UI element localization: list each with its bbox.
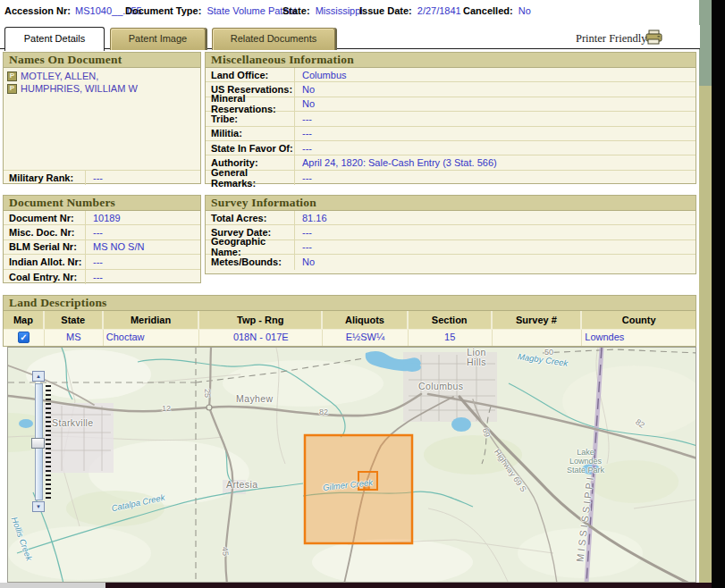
col-county: County	[582, 311, 695, 329]
cell-county: Lowndes	[582, 330, 695, 346]
info-row: BLM Serial Nr: MS NO S/N	[4, 240, 200, 255]
patentee-name[interactable]: HUMPHRIES, WILLIAM W	[21, 83, 138, 94]
info-row: Total Acres: 81.16	[206, 211, 695, 225]
document-nr-label: Document Nr:	[4, 211, 86, 224]
tab-related-documents[interactable]: Related Documents	[212, 28, 335, 50]
map-checkbox[interactable]: ✓	[18, 332, 30, 343]
indian-allot-nr-label: Indian Allot. Nr:	[4, 255, 86, 268]
general-remarks-value: ---	[295, 172, 312, 183]
military-rank-row: Military Rank: ---	[4, 171, 200, 185]
info-row: Misc. Doc. Nr: ---	[4, 225, 200, 239]
blm-serial-nr-value: MS NO S/N	[86, 241, 144, 252]
info-row: Document Nr: 10189	[4, 211, 200, 225]
route-label-82: 82	[319, 407, 328, 416]
col-section: Section	[409, 311, 493, 329]
cell-survey-number	[493, 330, 583, 346]
cancelled-value: No	[518, 5, 531, 16]
patentee-name[interactable]: MOTLEY, ALLEN,	[21, 71, 98, 81]
printer-friendly-link[interactable]: Printer Friendly	[576, 32, 647, 46]
blm-serial-nr-label: BLM Serial Nr:	[4, 240, 86, 254]
document-numbers-panel: Document Numbers Document Nr: 10189 Misc…	[3, 195, 201, 283]
land-office-label: Land Office:	[206, 68, 295, 81]
info-row: Tribe: ---	[206, 112, 695, 126]
names-on-document-panel: Names On Document P MOTLEY, ALLEN, P HUM…	[3, 52, 201, 184]
cell-aliquots: E½SW¼	[323, 330, 409, 346]
doc-type-field: Document Type: State Volume Patent	[125, 5, 297, 16]
patentee-icon[interactable]: P	[7, 71, 17, 81]
document-numbers-title: Document Numbers	[4, 196, 200, 211]
names-on-document-title: Names On Document	[4, 53, 200, 68]
printer-icon[interactable]	[645, 29, 662, 45]
table-row: ✓ MS Choctaw 018N - 017E E½SW¼ 15 Lownde…	[4, 330, 695, 346]
doc-type-label: Document Type:	[125, 5, 201, 16]
tab-patent-image[interactable]: Patent Image	[110, 28, 206, 50]
authority-value: April 24, 1820: Sale-Cash Entry (3 Stat.…	[295, 157, 497, 168]
metes-bounds-label: Metes/Bounds:	[206, 255, 295, 269]
issue-date-value: 2/27/1841	[417, 5, 461, 16]
coal-entry-nr-value: ---	[86, 272, 103, 282]
document-header-bar: Accession Nr: MS1040__.155 Document Type…	[0, 0, 699, 25]
misc-information-panel: Miscellaneous Information Land Office: C…	[205, 52, 696, 184]
coal-entry-nr-label: Coal Entry. Nr:	[4, 270, 86, 284]
patentee-icon[interactable]: P	[7, 84, 17, 94]
militia-label: Militia:	[206, 127, 295, 140]
cancelled-label: Cancelled:	[463, 5, 513, 16]
military-rank-value: ---	[86, 172, 103, 183]
col-meridian: Meridian	[104, 311, 200, 329]
accession-label: Accession Nr:	[4, 5, 71, 16]
info-row: General Remarks: ---	[206, 171, 695, 185]
tab-patent-details[interactable]: Patent Details	[4, 27, 105, 51]
route-label-45: 45	[221, 547, 231, 557]
names-list: P MOTLEY, ALLEN, P HUMPHRIES, WILLIAM W	[4, 68, 200, 171]
state-label: State:	[282, 5, 310, 16]
patentee-row: P MOTLEY, ALLEN,	[7, 71, 197, 81]
map-label-lake-lowndes-state-park: Lake Lowndes State Park	[564, 448, 607, 475]
bottom-bar	[105, 583, 712, 588]
geographic-name-label: Geographic Name:	[206, 240, 295, 254]
general-remarks-label: General Remarks:	[206, 171, 295, 185]
total-acres-value: 81.16	[295, 213, 327, 223]
info-row: State In Favor Of: ---	[206, 141, 695, 155]
cell-state: MS	[45, 330, 104, 346]
issue-date-label: Issue Date:	[359, 5, 412, 16]
route-label-25: 25	[203, 389, 212, 398]
map-label-mayhew: Mayhew	[236, 393, 274, 404]
map-zoom-in-button[interactable]: ▲	[32, 371, 45, 382]
map-zoom-slider-ticks	[46, 385, 51, 500]
patentee-row: P HUMPHRIES, WILLIAM W	[7, 83, 197, 94]
info-row: Metes/Bounds: No	[206, 255, 695, 269]
misc-doc-nr-label: Misc. Doc. Nr:	[4, 225, 86, 239]
state-field: State: Mississippi	[282, 5, 363, 16]
state-in-favor-value: ---	[295, 143, 312, 154]
military-rank-label: Military Rank:	[4, 171, 86, 185]
map-zoom-out-button[interactable]: ▼	[32, 501, 45, 512]
map-label-starkville: Starkville	[52, 417, 94, 428]
survey-information-panel: Survey Information Total Acres: 81.16 Su…	[205, 195, 696, 274]
bottom-bar-left	[0, 583, 105, 588]
info-row: Militia: ---	[206, 127, 695, 141]
map-checkbox-cell: ✓	[4, 330, 45, 346]
document-nr-value: 10189	[86, 213, 121, 223]
tribe-label: Tribe:	[206, 112, 295, 125]
map-zoom-slider-handle[interactable]	[31, 438, 45, 449]
col-state: State	[45, 311, 104, 329]
col-aliquots: Aliquots	[323, 311, 409, 329]
info-row: Coal Entry. Nr: ---	[4, 270, 200, 284]
info-row: Indian Allot. Nr: ---	[4, 255, 200, 269]
militia-value: ---	[295, 128, 312, 139]
misc-doc-nr-value: ---	[86, 227, 103, 238]
cell-section: 15	[409, 330, 493, 346]
starkville-urban-area	[44, 403, 114, 473]
location-map[interactable]: Starkville Mayhew Columbus Lion Hills Ar…	[7, 347, 696, 583]
info-row: Land Office: Columbus	[206, 68, 695, 82]
land-office-value: Columbus	[295, 70, 347, 80]
window-edge-side	[699, 86, 712, 583]
geographic-name-value: ---	[295, 241, 312, 252]
state-in-favor-label: State In Favor Of:	[206, 141, 295, 155]
col-survey-number: Survey #	[493, 311, 583, 329]
survey-date-value: ---	[295, 227, 312, 238]
map-label-columbus: Columbus	[418, 381, 463, 391]
misc-information-title: Miscellaneous Information	[206, 53, 695, 68]
survey-information-title: Survey Information	[206, 196, 695, 211]
tab-bar: Patent Details Patent Image Related Docu…	[0, 25, 700, 49]
